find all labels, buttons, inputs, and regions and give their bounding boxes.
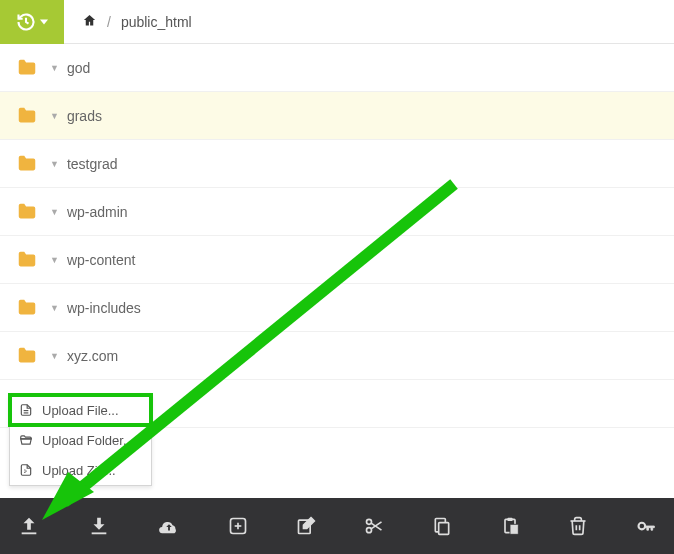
- menu-item-label: Upload File...: [42, 403, 119, 418]
- menu-item-upload-zip[interactable]: Upload Zip...: [10, 455, 151, 485]
- folder-icon: [14, 153, 40, 175]
- history-icon: [16, 12, 36, 32]
- download-icon: [88, 515, 110, 537]
- file-name: wp-includes: [67, 300, 141, 316]
- breadcrumb-current[interactable]: public_html: [121, 14, 192, 30]
- file-list: ▼god▼grads▼testgrad▼wp-admin▼wp-content▼…: [0, 44, 674, 428]
- cloud-upload-button[interactable]: [158, 514, 180, 538]
- key-icon: [636, 516, 656, 536]
- svg-marker-0: [40, 19, 48, 24]
- caret-down-icon: [40, 18, 48, 26]
- file-name: grads: [67, 108, 102, 124]
- folder-icon: [14, 105, 40, 127]
- file-name: wp-admin: [67, 204, 128, 220]
- svg-line-14: [371, 523, 381, 530]
- file-row[interactable]: ▼testgrad: [0, 140, 674, 188]
- breadcrumb: / public_html: [64, 13, 192, 31]
- caret-down-icon[interactable]: ▼: [50, 255, 59, 265]
- file-row[interactable]: ▼grads: [0, 92, 674, 140]
- svg-rect-7: [92, 532, 107, 534]
- file-name: xyz.com: [67, 348, 118, 364]
- folder-open-icon: [18, 433, 34, 447]
- caret-down-icon[interactable]: ▼: [50, 111, 59, 121]
- caret-down-icon[interactable]: ▼: [50, 63, 59, 73]
- edit-button[interactable]: [296, 514, 316, 538]
- breadcrumb-separator: /: [107, 14, 111, 30]
- caret-down-icon[interactable]: ▼: [50, 351, 59, 361]
- folder-icon: [14, 249, 40, 271]
- caret-down-icon[interactable]: ▼: [50, 159, 59, 169]
- svg-point-20: [639, 523, 646, 530]
- delete-button[interactable]: [568, 514, 588, 538]
- svg-rect-16: [439, 523, 449, 535]
- file-row[interactable]: ▼wp-admin: [0, 188, 674, 236]
- cut-button[interactable]: [364, 514, 384, 538]
- copy-icon: [432, 516, 452, 536]
- folder-icon: [14, 345, 40, 367]
- file-icon: [18, 403, 34, 417]
- folder-icon: [14, 297, 40, 319]
- bottom-toolbar: [0, 498, 674, 554]
- paste-button[interactable]: [500, 514, 520, 538]
- caret-down-icon[interactable]: ▼: [50, 207, 59, 217]
- upload-button[interactable]: [18, 514, 40, 538]
- caret-down-icon[interactable]: ▼: [50, 303, 59, 313]
- file-name: god: [67, 60, 90, 76]
- menu-item-upload-folder[interactable]: Upload Folder...: [10, 425, 151, 455]
- upload-context-menu: Upload File...Upload Folder...Upload Zip…: [9, 394, 152, 486]
- edit-icon: [296, 516, 316, 536]
- copy-button[interactable]: [432, 514, 452, 538]
- history-button[interactable]: [0, 0, 64, 44]
- file-name: testgrad: [67, 156, 118, 172]
- file-row[interactable]: ▼wp-content: [0, 236, 674, 284]
- folder-icon: [14, 201, 40, 223]
- svg-rect-18: [508, 518, 513, 521]
- menu-item-label: Upload Zip...: [42, 463, 116, 478]
- svg-rect-19: [510, 524, 518, 534]
- plus-square-icon: [228, 516, 248, 536]
- svg-line-15: [371, 522, 381, 529]
- cloud-icon: [158, 515, 180, 537]
- svg-rect-6: [22, 532, 37, 534]
- zip-icon: [18, 463, 34, 477]
- menu-item-label: Upload Folder...: [42, 433, 134, 448]
- menu-item-upload-file[interactable]: Upload File...: [10, 395, 151, 425]
- folder-icon: [14, 57, 40, 79]
- file-name: wp-content: [67, 252, 135, 268]
- top-bar: / public_html: [0, 0, 674, 44]
- paste-icon: [500, 516, 520, 536]
- scissors-icon: [364, 516, 384, 536]
- trash-icon: [568, 516, 588, 536]
- download-button[interactable]: [88, 514, 110, 538]
- home-icon[interactable]: [82, 13, 97, 31]
- file-row[interactable]: ▼god: [0, 44, 674, 92]
- permissions-button[interactable]: [636, 514, 656, 538]
- file-row[interactable]: ▼xyz.com: [0, 332, 674, 380]
- upload-icon: [18, 515, 40, 537]
- new-button[interactable]: [228, 514, 248, 538]
- file-row[interactable]: ▼wp-includes: [0, 284, 674, 332]
